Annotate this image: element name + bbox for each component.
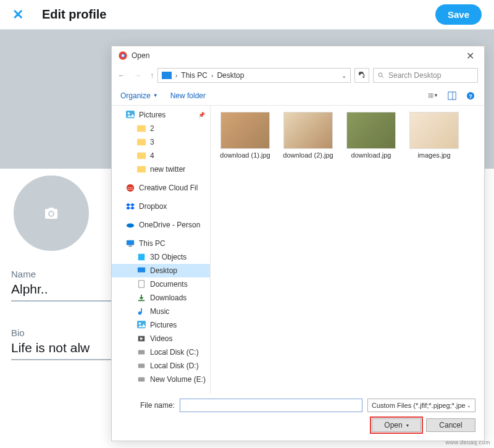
- tree-item-pictures[interactable]: Pictures📌: [112, 108, 210, 122]
- search-icon: [377, 72, 385, 79]
- file-label: download.jpg: [351, 151, 391, 159]
- thispc-icon: [125, 239, 135, 248]
- disk-icon: [136, 348, 146, 357]
- dialog-close-button[interactable]: ✕: [463, 50, 478, 62]
- folder-icon: [136, 151, 146, 160]
- downloads-icon: [136, 294, 146, 302]
- open-button[interactable]: Open ▾: [372, 418, 421, 432]
- file-label: download (1).jpg: [220, 151, 270, 159]
- tree-item-3[interactable]: 3: [112, 135, 210, 149]
- svg-point-2: [122, 54, 124, 57]
- filetype-dropdown[interactable]: Custom Files (*.jfif;*.pjpeg;*.jpe ⌄: [367, 399, 475, 412]
- tree-item-documents[interactable]: Documents: [112, 277, 210, 291]
- tree-item-4[interactable]: 4: [112, 149, 210, 163]
- close-icon[interactable]: ✕: [12, 7, 23, 23]
- pin-icon: 📌: [198, 112, 205, 118]
- tree-item-music[interactable]: Music: [112, 305, 210, 318]
- tree-item-label: 3: [150, 138, 154, 146]
- file-label: images.jpg: [417, 151, 450, 159]
- svg-rect-24: [138, 254, 145, 261]
- desktop-icon: [136, 266, 146, 275]
- page-title: Edit profile: [42, 7, 106, 22]
- svg-point-21: [127, 223, 134, 227]
- file-item[interactable]: download.jpg: [343, 112, 400, 159]
- folder-icon: [136, 138, 146, 146]
- thispc-icon: [162, 72, 172, 79]
- svg-rect-29: [141, 308, 142, 313]
- breadcrumb[interactable]: › This PC › Desktop ⌄: [157, 68, 351, 83]
- page-header: ✕ Edit profile Save: [0, 0, 494, 30]
- nav-up-icon[interactable]: ↑: [150, 71, 154, 80]
- tree-item-label: This PC: [139, 239, 165, 248]
- onedrive-icon: [125, 221, 135, 229]
- svg-point-31: [139, 323, 141, 325]
- dropbox-icon: [125, 202, 135, 211]
- disk-icon: [136, 375, 146, 384]
- tree-item-new-twitter[interactable]: new twitter: [112, 163, 210, 176]
- tree-item-label: Dropbox: [139, 202, 167, 211]
- documents-icon: [136, 280, 146, 289]
- tree-item-this-pc[interactable]: This PC: [112, 237, 210, 250]
- cc-icon: CC: [125, 184, 135, 192]
- dialog-body: Pictures📌234new twitterCCCreative Cloud …: [112, 106, 484, 394]
- file-item[interactable]: images.jpg: [406, 112, 463, 159]
- header-left: ✕ Edit profile: [12, 7, 106, 23]
- tree-item-onedrive-person[interactable]: OneDrive - Person: [112, 218, 210, 232]
- nav-forward-icon[interactable]: →: [134, 71, 141, 80]
- view-options-button[interactable]: ▼: [429, 91, 438, 101]
- camera-icon: [43, 206, 60, 221]
- organize-button[interactable]: Organize ▼: [120, 91, 158, 100]
- profile-avatar[interactable]: [11, 173, 91, 253]
- filename-label: File name:: [120, 401, 175, 410]
- svg-rect-8: [432, 96, 433, 98]
- search-input[interactable]: Search Desktop: [373, 68, 478, 83]
- file-item[interactable]: download (2).jpg: [280, 112, 337, 159]
- svg-point-3: [379, 73, 382, 77]
- tree-item-creative-cloud-fil[interactable]: CCCreative Cloud Fil: [112, 181, 210, 195]
- tree-item-label: Documents: [150, 280, 188, 289]
- file-item[interactable]: download (1).jpg: [217, 112, 274, 159]
- save-button[interactable]: Save: [435, 4, 482, 25]
- preview-pane-button[interactable]: [447, 91, 457, 101]
- svg-rect-6: [432, 93, 433, 95]
- tree-item-label: OneDrive - Person: [139, 221, 200, 229]
- chevron-down-icon[interactable]: ⌄: [341, 72, 346, 79]
- tree-item-label: Local Disk (D:): [150, 361, 199, 370]
- cancel-button[interactable]: Cancel: [426, 418, 475, 432]
- search-placeholder: Search Desktop: [388, 71, 441, 80]
- svg-rect-22: [127, 240, 134, 245]
- tree-item-label: 2: [150, 124, 154, 133]
- tree-item-label: 3D Objects: [150, 253, 186, 261]
- svg-rect-26: [139, 281, 144, 287]
- file-thumbnail: [220, 112, 270, 149]
- svg-rect-35: [138, 378, 145, 382]
- tree-item-dropbox[interactable]: Dropbox: [112, 200, 210, 213]
- svg-text:CC: CC: [128, 186, 133, 190]
- dialog-footer: File name: Custom Files (*.jfif;*.pjpeg;…: [112, 394, 484, 441]
- tree-item-label: Downloads: [150, 294, 186, 302]
- refresh-button[interactable]: [354, 68, 369, 83]
- pictures-icon: [125, 111, 135, 119]
- filename-input[interactable]: [180, 399, 362, 412]
- tree-item-label: Pictures: [139, 111, 165, 119]
- tree-item-new-volume-e-[interactable]: New Volume (E:): [112, 373, 210, 386]
- svg-rect-23: [128, 246, 132, 247]
- tree-item-3d-objects[interactable]: 3D Objects: [112, 250, 210, 264]
- tree-item-local-disk-d-[interactable]: Local Disk (D:): [112, 359, 210, 373]
- tree-item-local-disk-c-[interactable]: Local Disk (C:): [112, 345, 210, 359]
- tree-item-videos[interactable]: Videos: [112, 332, 210, 345]
- tree-item-2[interactable]: 2: [112, 122, 210, 135]
- new-folder-button[interactable]: New folder: [170, 91, 206, 100]
- svg-rect-27: [138, 300, 145, 302]
- tree-item-downloads[interactable]: Downloads: [112, 291, 210, 305]
- dialog-nav: ← → ↑ › This PC › Desktop ⌄ Search Deskt…: [112, 65, 484, 86]
- help-button[interactable]: ?: [466, 91, 475, 101]
- tree-item-label: Pictures: [150, 321, 177, 329]
- folder-icon: [136, 165, 146, 174]
- svg-rect-5: [429, 93, 431, 95]
- dialog-titlebar: Open ✕: [112, 46, 484, 65]
- tree-item-desktop[interactable]: Desktop: [112, 264, 210, 277]
- nav-back-icon[interactable]: ←: [118, 71, 125, 80]
- tree-item-pictures[interactable]: Pictures: [112, 318, 210, 332]
- 3d-icon: [136, 253, 146, 261]
